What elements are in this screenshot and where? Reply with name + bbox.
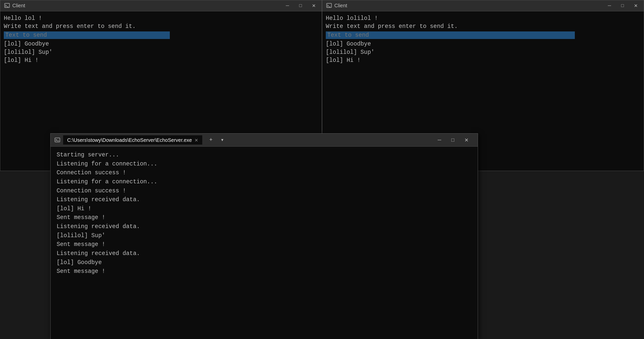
server-line-12: [lol] Goodbye <box>57 258 472 267</box>
client-2-msg-1: [lolilol] Sup' <box>326 48 640 56</box>
client-1-close[interactable]: ✕ <box>310 3 318 9</box>
client-2-close[interactable]: ✕ <box>632 3 640 9</box>
server-line-5: Listening received data. <box>57 195 472 204</box>
server-tab-controls: + ▾ <box>207 136 226 144</box>
client-1-input[interactable] <box>4 31 170 39</box>
server-tab-label: C:\Users\stowy\Downloads\EchoServer\Echo… <box>67 137 192 143</box>
client-1-maximize[interactable]: □ <box>297 3 304 9</box>
server-line-11: Listening received data. <box>57 249 472 258</box>
server-tab-close[interactable]: ✕ <box>194 138 198 143</box>
client-2-instruction: Write text and press enter to send it. <box>326 22 640 30</box>
client-2-greeting: Hello lolilol ! <box>326 14 640 22</box>
titlebar-client-1: Client ─ □ ✕ <box>0 0 322 11</box>
client-2-title: Client <box>334 3 347 9</box>
terminal-icon-2 <box>326 3 332 9</box>
server-line-4: Connection success ! <box>57 187 472 196</box>
server-body: Starting server... Listening for a conne… <box>51 147 478 339</box>
server-window-controls: ─ □ ✕ <box>433 136 474 145</box>
server-terminal-icon <box>55 137 60 143</box>
client-2-input[interactable] <box>326 31 575 39</box>
client-1-minimize[interactable]: ─ <box>284 3 291 9</box>
client-2-minimize[interactable]: ─ <box>606 3 613 9</box>
client-1-controls: ─ □ ✕ <box>284 3 318 9</box>
server-minimize[interactable]: ─ <box>433 136 446 145</box>
server-line-3: Listening for a connection... <box>57 178 472 187</box>
server-line-2: Connection success ! <box>57 168 472 178</box>
client-1-msg-0: [lol] Goodbye <box>4 40 318 48</box>
server-line-13: Sent message ! <box>57 267 472 276</box>
client-1-title: Client <box>12 3 25 9</box>
tab-dropdown-button[interactable]: ▾ <box>219 136 226 144</box>
client-2-msg-0: [lol] Goodbye <box>326 40 640 48</box>
server-line-0: Starting server... <box>57 151 472 160</box>
new-tab-button[interactable]: + <box>207 136 215 144</box>
titlebar-client-2: Client ─ □ ✕ <box>322 0 644 11</box>
server-titlebar: C:\Users\stowy\Downloads\EchoServer\Echo… <box>51 134 478 147</box>
server-line-7: Sent message ! <box>57 213 472 222</box>
client-2-maximize[interactable]: □ <box>619 3 626 9</box>
server-tab[interactable]: C:\Users\stowy\Downloads\EchoServer\Echo… <box>63 135 202 145</box>
svg-rect-4 <box>55 138 60 142</box>
client-2-msg-2: [lol] Hi ! <box>326 56 640 64</box>
client-1-instruction: Write text and press enter to send it. <box>4 22 318 30</box>
server-close[interactable]: ✕ <box>459 136 474 145</box>
server-maximize[interactable]: □ <box>446 136 459 145</box>
server-line-8: Listening received data. <box>57 222 472 231</box>
server-window: C:\Users\stowy\Downloads\EchoServer\Echo… <box>50 133 478 339</box>
client-2-controls: ─ □ ✕ <box>606 3 640 9</box>
server-line-10: Sent message ! <box>57 240 472 249</box>
server-line-1: Listening for a connection... <box>57 160 472 169</box>
server-line-9: [lolilol] Sup' <box>57 231 472 240</box>
client-1-greeting: Hello lol ! <box>4 14 318 22</box>
terminal-icon-1 <box>4 3 10 9</box>
client-1-msg-2: [lol] Hi ! <box>4 56 318 64</box>
client-1-msg-1: [lolilol] Sup' <box>4 48 318 56</box>
server-line-6: [lol] Hi ! <box>57 204 472 214</box>
